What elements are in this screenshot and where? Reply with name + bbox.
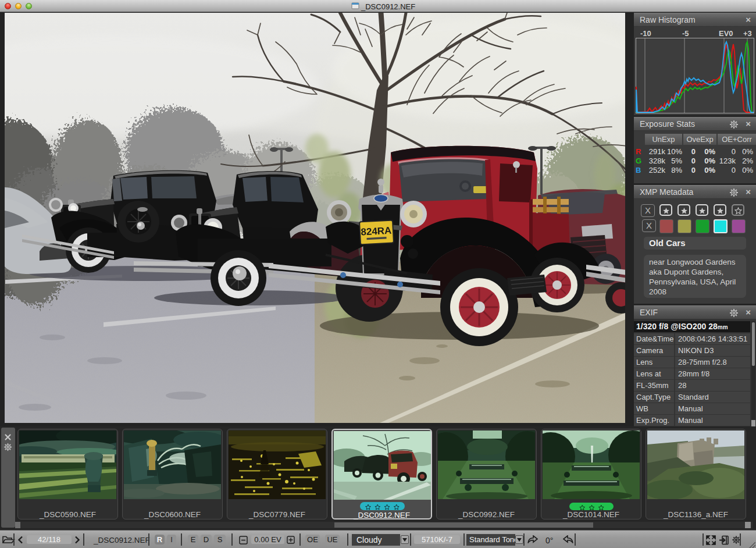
svg-text:824RA: 824RA <box>361 225 392 238</box>
